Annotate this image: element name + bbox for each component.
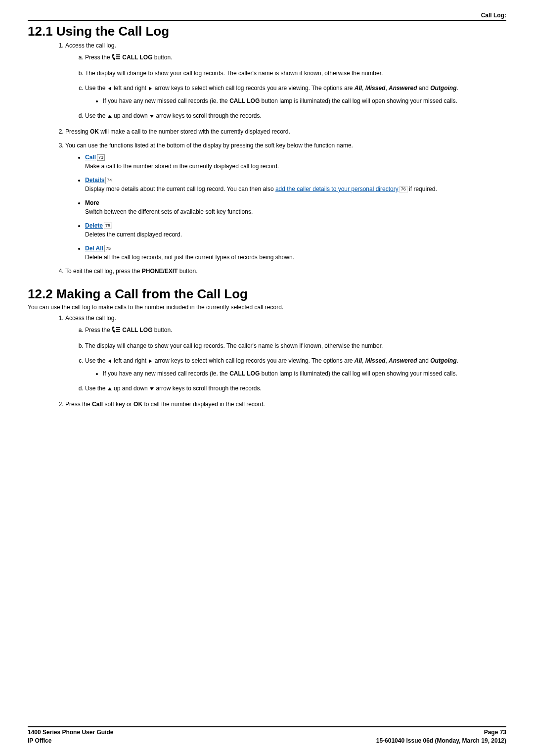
s2-step1b: The display will change to show your cal… bbox=[85, 341, 506, 350]
fn-call-ref: 73 bbox=[97, 154, 105, 161]
footer-rule bbox=[28, 726, 506, 727]
s1-step1b: The display will change to show your cal… bbox=[85, 69, 506, 78]
heading-12-1: 12.1 Using the Call Log bbox=[28, 24, 506, 39]
comma1-2: , bbox=[362, 357, 365, 364]
s1-a-pre: Press the bbox=[85, 54, 112, 61]
s1-numbered-list: Access the call log. Press the CALL LOG … bbox=[28, 41, 506, 276]
s1-d-post: arrow keys to scroll through the records… bbox=[154, 112, 262, 119]
s2-n2-pre: Press the bbox=[65, 401, 92, 408]
fn-delall-desc: Delete all the call log records, not jus… bbox=[85, 254, 294, 261]
s1-d-mid: up and down bbox=[112, 112, 149, 119]
page-footer: 1400 Series Phone User Guide Page 73 IP … bbox=[28, 726, 506, 745]
arrow-right-icon bbox=[148, 85, 153, 94]
s2-step1a: Press the CALL LOG button. bbox=[85, 326, 506, 335]
s1-csub-pre: If you have any new missed call records … bbox=[103, 97, 229, 104]
period-2: . bbox=[457, 357, 458, 364]
s1-step1-text: Access the call log. bbox=[65, 42, 116, 49]
s2-step1d: Use the up and down arrow keys to scroll… bbox=[85, 384, 506, 394]
s2-n2-call: Call bbox=[92, 401, 103, 408]
svg-rect-1 bbox=[116, 56, 120, 57]
period: . bbox=[457, 85, 458, 92]
s1-n4-btn: PHONE/EXIT bbox=[142, 268, 178, 275]
fn-delete-item: Delete75 Deletes the current displayed r… bbox=[85, 221, 506, 239]
s1-step1: Access the call log. Press the CALL LOG … bbox=[65, 41, 506, 121]
s2-a-post: button. bbox=[152, 327, 172, 333]
s2-numbered-list: Access the call log. Press the CALL LOG … bbox=[28, 314, 506, 409]
fn-delete-link[interactable]: Delete bbox=[85, 222, 103, 229]
s2-csub-btn: CALL LOG bbox=[229, 370, 260, 377]
s2-c-sublist: If you have any new missed call records … bbox=[85, 369, 506, 378]
arrow-up-icon bbox=[107, 385, 112, 394]
fn-delete-desc: Deletes the current displayed record. bbox=[85, 231, 182, 238]
fn-more-item: More Switch between the different sets o… bbox=[85, 198, 506, 216]
s2-c-sub: If you have any new missed call records … bbox=[103, 369, 506, 378]
s1-step1a: Press the CALL LOG button. bbox=[85, 53, 506, 63]
fn-details-item: Details74 Display more details about the… bbox=[85, 176, 506, 193]
s1-a-btn: CALL LOG bbox=[121, 54, 152, 61]
svg-rect-0 bbox=[116, 54, 120, 55]
opt-missed: Missed bbox=[365, 85, 386, 92]
s1-c-pre: Use the bbox=[85, 85, 107, 92]
arrow-down-icon bbox=[149, 385, 154, 394]
fn-delall-link[interactable]: Del All bbox=[85, 245, 103, 252]
arrow-left-icon bbox=[107, 85, 112, 94]
s1-c-mid2: arrow keys to select which call log reco… bbox=[153, 85, 354, 92]
s2-csub-pre: If you have any new missed call records … bbox=[103, 370, 229, 377]
header-section-label: Call Log: bbox=[28, 12, 506, 20]
arrow-up-icon bbox=[107, 112, 112, 121]
fn-more-desc: Switch between the different sets of ava… bbox=[85, 208, 253, 215]
svg-rect-3 bbox=[116, 327, 120, 328]
s2-c-mid2: arrow keys to select which call log reco… bbox=[153, 357, 354, 364]
s1-n3: You can use the functions listed at the … bbox=[65, 142, 353, 149]
s1-step1-sublist: Press the CALL LOG button. The display w… bbox=[65, 53, 506, 121]
s1-d-pre: Use the bbox=[85, 112, 107, 119]
s2-n2-ok: OK bbox=[134, 401, 142, 408]
opt-answered-2: Answered bbox=[389, 357, 417, 364]
svg-rect-4 bbox=[116, 329, 120, 330]
s2-intro: You can use the call log to make calls t… bbox=[28, 303, 506, 312]
s2-step1-sublist: Press the CALL LOG button. The display w… bbox=[65, 326, 506, 394]
s1-step4: To exit the call log, press the PHONE/EX… bbox=[65, 267, 506, 276]
comma1: , bbox=[362, 85, 365, 92]
footer-right-1: Page 73 bbox=[484, 728, 506, 737]
footer-left-2: IP Office bbox=[28, 737, 51, 745]
fn-call-desc: Make a call to the number stored in the … bbox=[85, 163, 279, 170]
s1-n2-post: will make a call to the number stored wi… bbox=[99, 128, 290, 135]
call-log-icon bbox=[112, 326, 121, 335]
fn-delete-ref: 75 bbox=[104, 223, 112, 229]
fn-delall-item: Del All75 Delete all the call log record… bbox=[85, 244, 506, 262]
opt-missed-2: Missed bbox=[365, 357, 386, 364]
s1-n4-pre: To exit the call log, press the bbox=[65, 268, 142, 275]
fn-details-link[interactable]: Details bbox=[85, 177, 104, 184]
fn-details-ref: 74 bbox=[105, 177, 113, 184]
svg-rect-5 bbox=[116, 331, 120, 332]
s2-n2-mid: soft key or bbox=[103, 401, 134, 408]
s1-step1c: Use the left and right arrow keys to sel… bbox=[85, 84, 506, 105]
s1-c-sublist: If you have any new missed call records … bbox=[85, 96, 506, 105]
fn-more: More bbox=[85, 199, 99, 206]
s1-step3: You can use the functions listed at the … bbox=[65, 141, 506, 262]
s1-n4-post: button. bbox=[178, 268, 197, 275]
fn-call-link[interactable]: Call bbox=[85, 154, 96, 161]
call-log-icon bbox=[112, 53, 121, 63]
s1-csub-btn: CALL LOG bbox=[229, 97, 260, 104]
s1-step1d: Use the up and down arrow keys to scroll… bbox=[85, 111, 506, 121]
s1-a-post: button. bbox=[152, 54, 172, 61]
s2-d-mid: up and down bbox=[112, 385, 149, 392]
s1-functions-list: Call73 Make a call to the number stored … bbox=[65, 153, 506, 262]
and: and bbox=[417, 85, 430, 92]
fn-delall-ref: 75 bbox=[104, 245, 112, 252]
s1-c-sub: If you have any new missed call records … bbox=[103, 96, 506, 105]
fn-details-add-link[interactable]: add the caller details to your personal … bbox=[275, 186, 399, 192]
arrow-right-icon bbox=[148, 357, 153, 366]
arrow-down-icon bbox=[149, 112, 154, 121]
s2-csub-post: button lamp is illuminated) the call log… bbox=[260, 370, 457, 377]
fn-details-add-ref: 76 bbox=[400, 186, 407, 192]
footer-right-2: 15-601040 Issue 06d (Monday, March 19, 2… bbox=[376, 737, 506, 745]
s2-d-pre: Use the bbox=[85, 385, 107, 392]
s2-step1c: Use the left and right arrow keys to sel… bbox=[85, 356, 506, 378]
s2-step1-text: Access the call log. bbox=[65, 315, 116, 322]
s2-c-mid1: left and right bbox=[112, 357, 148, 364]
opt-outgoing: Outgoing bbox=[430, 85, 456, 92]
s1-c-mid1: left and right bbox=[112, 85, 148, 92]
